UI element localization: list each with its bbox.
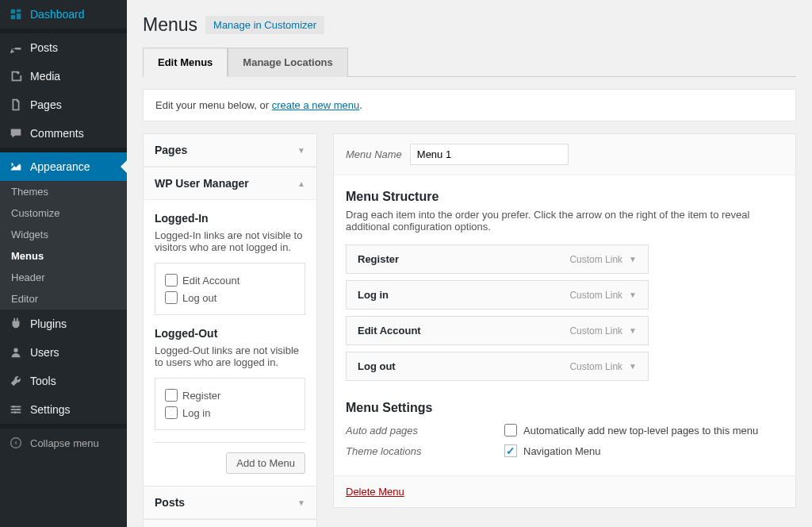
svg-rect-2 — [11, 406, 21, 408]
delete-menu-link[interactable]: Delete Menu — [346, 486, 404, 498]
nav-label: Media — [30, 70, 60, 83]
svg-point-5 — [13, 406, 15, 408]
navigation-menu-checkbox[interactable]: ✓ — [504, 444, 517, 457]
page-title: Menus Manage in Customizer — [143, 14, 796, 36]
collapse-icon — [8, 435, 24, 451]
plugins-icon — [8, 316, 24, 332]
checkbox-log-out[interactable]: Log out — [165, 289, 295, 306]
nav-label: Plugins — [30, 317, 67, 330]
sub-widgets[interactable]: Widgets — [0, 224, 127, 245]
menu-structure-heading: Menu Structure — [346, 190, 783, 204]
logged-out-label: Logged-Out — [155, 327, 305, 340]
menu-item-register[interactable]: Register Custom Link▼ — [346, 244, 649, 274]
svg-point-0 — [17, 71, 20, 75]
add-to-menu-button[interactable]: Add to Menu — [226, 452, 305, 474]
comments-icon — [8, 125, 24, 141]
nav-plugins[interactable]: Plugins — [0, 310, 127, 338]
theme-locations-label: Theme locations — [346, 445, 504, 457]
chevron-down-icon[interactable]: ▼ — [629, 290, 637, 299]
chevron-up-icon: ▲ — [297, 179, 305, 188]
create-menu-link[interactable]: create a new menu — [272, 99, 360, 111]
svg-point-1 — [13, 348, 17, 352]
nav-label: Users — [30, 346, 59, 359]
chevron-down-icon[interactable]: ▼ — [629, 326, 637, 335]
menu-name-input[interactable] — [410, 144, 569, 165]
svg-point-6 — [17, 409, 19, 411]
checkbox-log-in[interactable]: Log in — [165, 404, 295, 421]
manage-in-customizer-link[interactable]: Manage in Customizer — [205, 16, 324, 34]
logged-in-label: Logged-In — [155, 212, 305, 225]
nav-label: Comments — [30, 127, 84, 140]
pages-icon — [8, 97, 24, 113]
nav-pages[interactable]: Pages — [0, 90, 127, 119]
tools-icon — [8, 373, 24, 389]
pin-icon — [8, 40, 24, 56]
menu-name-label: Menu Name — [346, 148, 402, 160]
menu-structure-desc: Drag each item into the order you prefer… — [346, 209, 783, 233]
sub-customize[interactable]: Customize — [0, 202, 127, 224]
main-content: Menus Manage in Customizer Edit Menus Ma… — [127, 0, 812, 527]
tab-manage-locations[interactable]: Manage Locations — [228, 48, 347, 77]
nav-settings[interactable]: Settings — [0, 395, 127, 424]
nav-label: Settings — [30, 403, 71, 416]
auto-add-pages-label: Auto add pages — [346, 425, 504, 437]
logged-out-desc: Logged-Out links are not visible to user… — [155, 344, 305, 368]
chevron-down-icon: ▼ — [297, 498, 305, 507]
menu-edit-panel: Menu Name Menu Structure Drag each item … — [333, 133, 796, 508]
sub-editor[interactable]: Editor — [0, 288, 127, 310]
menu-item-edit-account[interactable]: Edit Account Custom Link▼ — [346, 316, 649, 345]
checkbox-register[interactable]: Register — [165, 387, 295, 404]
tab-edit-menus[interactable]: Edit Menus — [143, 48, 228, 77]
nav-label: Pages — [30, 98, 62, 111]
nav-label: Tools — [30, 375, 56, 387]
nav-label: Appearance — [30, 160, 90, 173]
media-icon — [8, 68, 24, 84]
collapse-label: Collapse menu — [30, 437, 99, 449]
sub-themes[interactable]: Themes — [0, 181, 127, 202]
nav-comments[interactable]: Comments — [0, 119, 127, 148]
accordion-posts[interactable]: Posts ▼ — [144, 487, 316, 519]
chevron-down-icon: ▼ — [297, 146, 305, 155]
svg-point-7 — [14, 411, 17, 414]
nav-users[interactable]: Users — [0, 338, 127, 367]
nav-appearance[interactable]: Appearance — [0, 152, 127, 181]
users-icon — [8, 344, 24, 360]
admin-sidebar: Dashboard Posts Media Pages Comments App… — [0, 0, 127, 527]
collapse-menu[interactable]: Collapse menu — [0, 429, 127, 457]
sub-header[interactable]: Header — [0, 267, 127, 288]
nav-label: Posts — [30, 41, 58, 54]
appearance-submenu: Themes Customize Widgets Menus Header Ed… — [0, 181, 127, 310]
accordion-column: Pages ▼ WP User Manager ▲ Logged-In Logg… — [143, 133, 317, 527]
accordion-pages[interactable]: Pages ▼ — [144, 134, 316, 167]
checkbox-edit-account[interactable]: Edit Account — [165, 271, 295, 289]
info-bar: Edit your menu below, or create a new me… — [143, 89, 796, 121]
menu-item-log-out[interactable]: Log out Custom Link▼ — [346, 352, 649, 381]
appearance-icon — [8, 159, 24, 175]
auto-add-pages-checkbox[interactable] — [504, 424, 517, 437]
menu-settings-heading: Menu Settings — [346, 401, 783, 415]
accordion-wp-user-manager[interactable]: WP User Manager ▲ — [144, 167, 316, 200]
menu-tabs: Edit Menus Manage Locations — [143, 48, 796, 77]
logged-in-desc: Logged-In links are not visible to visit… — [155, 229, 305, 253]
dashboard-icon — [8, 6, 24, 22]
nav-tools[interactable]: Tools — [0, 367, 127, 395]
accordion-custom-links[interactable]: Custom Links ▼ — [144, 520, 316, 527]
nav-posts[interactable]: Posts — [0, 33, 127, 62]
nav-dashboard[interactable]: Dashboard — [0, 0, 127, 29]
menu-item-log-in[interactable]: Log in Custom Link▼ — [346, 280, 649, 310]
chevron-down-icon[interactable]: ▼ — [629, 362, 637, 371]
chevron-down-icon[interactable]: ▼ — [629, 255, 637, 264]
nav-media[interactable]: Media — [0, 62, 127, 90]
svg-rect-3 — [11, 409, 21, 410]
nav-label: Dashboard — [30, 8, 85, 21]
settings-icon — [8, 402, 24, 417]
sub-menus[interactable]: Menus — [0, 245, 127, 267]
